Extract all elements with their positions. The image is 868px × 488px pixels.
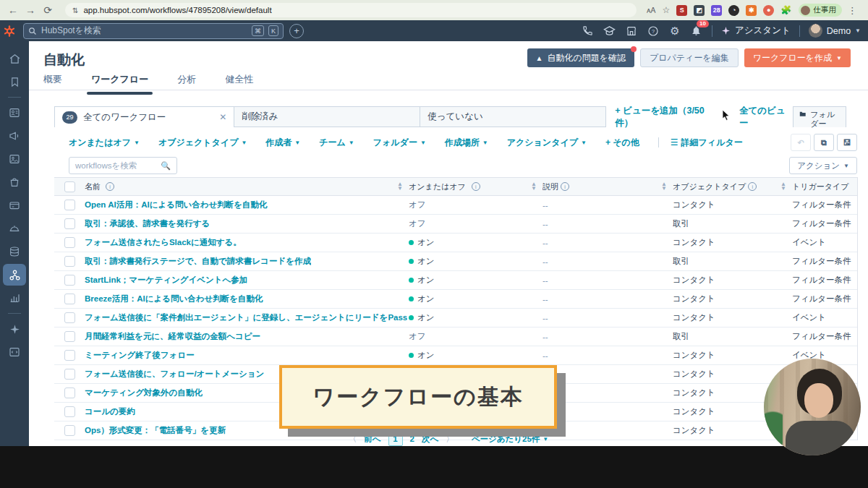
sidebar-item-ai[interactable] <box>3 318 26 340</box>
row-checkbox[interactable] <box>64 294 75 304</box>
sidebar-item-home[interactable] <box>3 48 26 69</box>
row-checkbox[interactable] <box>64 200 75 210</box>
workflow-name-link[interactable]: StartLink；マーケティングイベントへ参加 <box>85 275 247 286</box>
extension-circle-icon[interactable]: ◔ <box>728 5 739 16</box>
check-automation-issues-button[interactable]: ▲ 自動化の問題を確認 <box>527 48 634 67</box>
view-tab-deleted[interactable]: 削除済み <box>234 106 420 127</box>
translate-icon[interactable]: 🗚 <box>647 6 655 15</box>
row-checkbox[interactable] <box>64 369 75 380</box>
workflow-name-link[interactable]: 取引：承認後、請求書を発行する <box>85 218 210 229</box>
extension-s-icon[interactable]: S <box>676 5 687 16</box>
row-checkbox[interactable] <box>64 275 75 286</box>
col-description[interactable]: 説明 <box>542 181 558 192</box>
extension-purple-icon[interactable]: 28 <box>711 5 722 16</box>
sidebar-item-data[interactable] <box>3 241 26 262</box>
next-chevron-icon[interactable]: 〉 <box>446 434 454 445</box>
page-1-button[interactable]: 1 <box>388 432 403 446</box>
actions-dropdown-button[interactable]: アクション▼ <box>789 157 857 174</box>
row-checkbox[interactable] <box>64 218 75 229</box>
advanced-filters-link[interactable]: ☰詳細フィルター <box>671 137 743 149</box>
browser-profile-chip[interactable]: 仕事用 <box>799 4 842 17</box>
all-views-link[interactable]: 全てのビュー <box>739 105 793 129</box>
col-object[interactable]: オブジェクトタイプ <box>673 181 746 192</box>
workflow-name-link[interactable]: フォーム送信されたらSlackに通知する。 <box>85 237 242 248</box>
page-2-button[interactable]: 2 <box>410 435 414 443</box>
quick-add-button[interactable]: + <box>289 24 304 38</box>
sidebar-item-commerce[interactable] <box>3 171 26 193</box>
row-checkbox[interactable] <box>64 388 75 398</box>
row-checkbox[interactable] <box>64 406 75 417</box>
row-checkbox[interactable] <box>64 256 75 267</box>
sidebar-item-automation[interactable] <box>3 264 26 286</box>
row-checkbox[interactable] <box>64 237 75 248</box>
marketplace-icon[interactable] <box>625 25 638 38</box>
sidebar-item-ops[interactable] <box>3 341 26 363</box>
workflow-name-link[interactable]: ミーティング終了後フォロー <box>85 350 195 361</box>
workflow-name-link[interactable]: コールの要約 <box>85 406 135 417</box>
settings-gear-icon[interactable]: ⚙ <box>668 25 681 38</box>
select-all-checkbox[interactable] <box>64 181 75 192</box>
per-page-dropdown[interactable]: ページあたり25件▼ <box>472 434 549 445</box>
col-name[interactable]: 名前 <box>85 181 101 192</box>
sidebar-item-service[interactable] <box>3 218 26 239</box>
sort-icon[interactable]: ▲▼ <box>397 182 403 192</box>
add-view-link[interactable]: + ビューを追加（3/50件） <box>615 105 719 129</box>
col-status[interactable]: オンまたはオフ <box>409 181 466 192</box>
copy-icon[interactable]: ⧉ <box>814 134 834 151</box>
row-checkbox[interactable] <box>64 331 75 342</box>
browser-reload-icon[interactable]: ⟳ <box>39 4 56 16</box>
filter-creator[interactable]: 作成者▼ <box>265 137 300 149</box>
workflow-name-link[interactable]: 月間経常利益を元に、経常収益の金額へコピー <box>85 331 260 342</box>
next-link[interactable]: 次へ <box>422 434 438 445</box>
workflow-name-link[interactable]: フォーム送信後に「案件創出エージェント」に登録し、エージェントにリードをPass <box>85 312 407 323</box>
academy-icon[interactable] <box>603 25 616 38</box>
workflow-name-link[interactable]: フォーム送信後に、フォロー/オートメーション <box>85 369 264 380</box>
extensions-puzzle-icon[interactable]: 🧩 <box>780 5 791 15</box>
bookmark-star-icon[interactable]: ☆ <box>662 5 670 15</box>
filter-team[interactable]: チーム▼ <box>319 137 354 149</box>
col-trigger[interactable]: トリガータイプ <box>792 182 849 191</box>
workflow-search-input[interactable]: workflowsを検索 🔍 <box>69 157 177 174</box>
folders-button[interactable]: フォルダー <box>793 106 846 127</box>
workflow-name-link[interactable]: Breeze活用：AIによる問い合わせ判断を自動化 <box>85 294 263 304</box>
sort-icon[interactable]: ▲▼ <box>661 182 667 192</box>
filter-folder[interactable]: フォルダー▼ <box>373 137 426 149</box>
tab-overview[interactable]: 概要 <box>43 73 62 95</box>
workflow-name-link[interactable]: マーケティング対象外の自動化 <box>85 388 203 398</box>
sidebar-item-marketing[interactable] <box>3 125 26 147</box>
sidebar-item-bookmarks[interactable] <box>3 71 26 93</box>
filter-more[interactable]: + その他 <box>605 137 639 149</box>
filter-created-in[interactable]: 作成場所▼ <box>445 137 488 149</box>
row-checkbox[interactable] <box>64 312 75 323</box>
view-tab-all-workflows[interactable]: 29 全てのワークフロー ✕ <box>54 106 234 127</box>
assistant-button[interactable]: アシスタント <box>721 25 791 37</box>
hubspot-logo[interactable] <box>0 25 19 38</box>
browser-forward-icon[interactable]: → <box>22 4 39 16</box>
tab-workflows[interactable]: ワークフロー <box>91 73 148 95</box>
extension-red-icon[interactable]: ● <box>763 5 774 16</box>
sort-icon[interactable]: ▲▼ <box>780 182 786 192</box>
sidebar-item-content[interactable] <box>3 148 26 170</box>
browser-menu-icon[interactable]: ⋮ <box>848 5 857 16</box>
help-icon[interactable]: ? <box>647 25 660 38</box>
tab-health[interactable]: 健全性 <box>225 73 253 95</box>
save-view-icon[interactable]: 🖫 <box>837 134 857 151</box>
extension-hubspot-icon[interactable]: ✱ <box>746 5 757 16</box>
global-search-input[interactable]: HubSpotを検索 ⌘ K <box>23 23 284 39</box>
browser-back-icon[interactable]: ← <box>4 4 22 16</box>
workflow-name-link[interactable]: Open AI活用：AIによる問い合わせ判断を自動化 <box>85 200 268 210</box>
create-workflow-button[interactable]: ワークフローを作成 ▼ <box>744 48 851 67</box>
account-menu[interactable]: Demo ▼ <box>809 24 861 38</box>
calling-icon[interactable] <box>582 25 595 38</box>
sidebar-item-crm[interactable] <box>3 102 26 124</box>
sidebar-item-payments[interactable] <box>3 194 26 216</box>
extension-dark-icon[interactable]: ◩ <box>694 5 705 16</box>
view-tab-unused[interactable]: 使っていない <box>420 106 606 127</box>
undo-icon[interactable]: ↶ <box>791 134 811 151</box>
notifications-bell-icon[interactable]: 10 <box>690 25 703 38</box>
filter-on-off[interactable]: オンまたはオフ▼ <box>69 137 140 149</box>
sort-icon[interactable]: ▲▼ <box>531 182 537 192</box>
edit-properties-button[interactable]: プロパティーを編集 <box>640 48 739 67</box>
close-icon[interactable]: ✕ <box>219 112 226 122</box>
filter-object-type[interactable]: オブジェクトタイプ▼ <box>158 137 247 149</box>
